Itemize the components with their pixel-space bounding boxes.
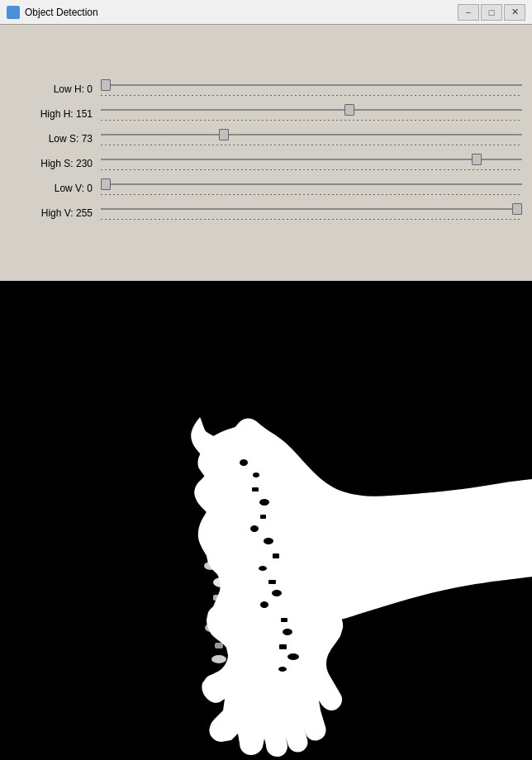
low-v-label: Low V: 0	[10, 183, 101, 194]
svg-rect-6	[223, 520, 233, 526]
svg-point-7	[206, 533, 221, 541]
svg-point-35	[283, 629, 292, 635]
controls-panel: Low H: 0 High H: 151 Low S: 73	[0, 25, 532, 281]
svg-point-16	[220, 672, 230, 679]
high-s-track	[101, 154, 522, 165]
low-v-slider[interactable]	[101, 183, 522, 186]
svg-point-28	[264, 538, 273, 544]
window-title: Object Detection	[25, 7, 458, 18]
close-button[interactable]: ✕	[504, 4, 525, 21]
low-h-row: Low H: 0	[10, 79, 522, 99]
minimize-button[interactable]: −	[458, 4, 479, 21]
low-v-row: Low V: 0	[10, 178, 522, 198]
svg-point-37	[287, 653, 299, 660]
low-s-container	[101, 129, 522, 149]
svg-rect-20	[274, 446, 280, 450]
svg-rect-14	[215, 643, 223, 648]
image-panel	[0, 281, 532, 760]
detection-svg	[0, 281, 532, 760]
svg-point-22	[240, 459, 248, 466]
svg-point-30	[259, 566, 267, 571]
svg-point-38	[278, 667, 287, 672]
svg-point-32	[272, 590, 282, 596]
svg-rect-34	[281, 618, 287, 622]
low-v-container	[101, 178, 522, 198]
low-h-label: Low H: 0	[10, 83, 101, 95]
low-s-slider[interactable]	[101, 133, 522, 136]
window-content: Low H: 0 High H: 151 Low S: 73	[0, 25, 532, 760]
high-h-track	[101, 104, 522, 116]
low-s-dotted	[101, 142, 522, 149]
svg-rect-17	[240, 425, 246, 430]
high-h-container	[101, 104, 522, 124]
low-v-track	[101, 178, 522, 190]
low-s-row: Low S: 73	[10, 129, 522, 149]
svg-rect-19	[263, 438, 270, 442]
high-v-track	[101, 203, 522, 215]
svg-point-12	[210, 607, 223, 615]
high-s-row: High S: 230	[10, 154, 522, 173]
high-v-label: High V: 255	[10, 207, 101, 219]
high-s-slider[interactable]	[101, 158, 522, 161]
svg-point-9	[204, 562, 217, 570]
high-s-container	[101, 154, 522, 173]
svg-point-2	[206, 459, 216, 466]
maximize-button[interactable]: □	[481, 4, 502, 21]
low-h-track	[101, 79, 522, 91]
svg-rect-8	[216, 549, 228, 556]
high-s-label: High S: 230	[10, 158, 101, 169]
svg-rect-24	[252, 487, 259, 492]
low-h-dotted	[101, 93, 522, 99]
svg-point-13	[205, 624, 216, 632]
high-v-dotted	[101, 216, 522, 223]
high-h-slider[interactable]	[101, 108, 522, 112]
low-h-slider[interactable]	[101, 83, 522, 87]
app-icon	[7, 6, 20, 19]
svg-point-3	[223, 478, 240, 488]
high-h-row: High H: 151	[10, 104, 522, 124]
low-h-container	[101, 79, 522, 99]
title-bar-controls: − □ ✕	[458, 4, 525, 21]
svg-point-10	[213, 577, 230, 587]
svg-point-25	[259, 499, 269, 506]
high-h-label: High H: 151	[10, 108, 101, 120]
high-s-dotted	[101, 167, 522, 173]
svg-point-1	[216, 442, 230, 450]
high-h-dotted	[101, 117, 522, 124]
svg-point-33	[260, 601, 268, 608]
svg-rect-36	[279, 644, 287, 649]
low-s-track	[101, 129, 522, 140]
svg-rect-29	[273, 553, 279, 558]
svg-rect-18	[252, 431, 257, 435]
high-v-container	[101, 203, 522, 223]
title-bar: Object Detection − □ ✕	[0, 0, 532, 25]
low-v-dotted	[101, 192, 522, 198]
high-v-row: High V: 255	[10, 203, 522, 223]
svg-point-5	[209, 505, 221, 511]
high-v-slider[interactable]	[101, 207, 522, 211]
svg-point-15	[211, 655, 226, 663]
svg-rect-4	[219, 492, 231, 498]
svg-rect-26	[260, 515, 266, 519]
svg-point-27	[250, 525, 259, 532]
svg-point-23	[253, 473, 259, 477]
svg-rect-31	[268, 580, 276, 584]
low-s-label: Low S: 73	[10, 133, 101, 145]
detection-image	[0, 281, 532, 760]
svg-rect-21	[285, 454, 292, 458]
svg-rect-11	[213, 595, 223, 601]
